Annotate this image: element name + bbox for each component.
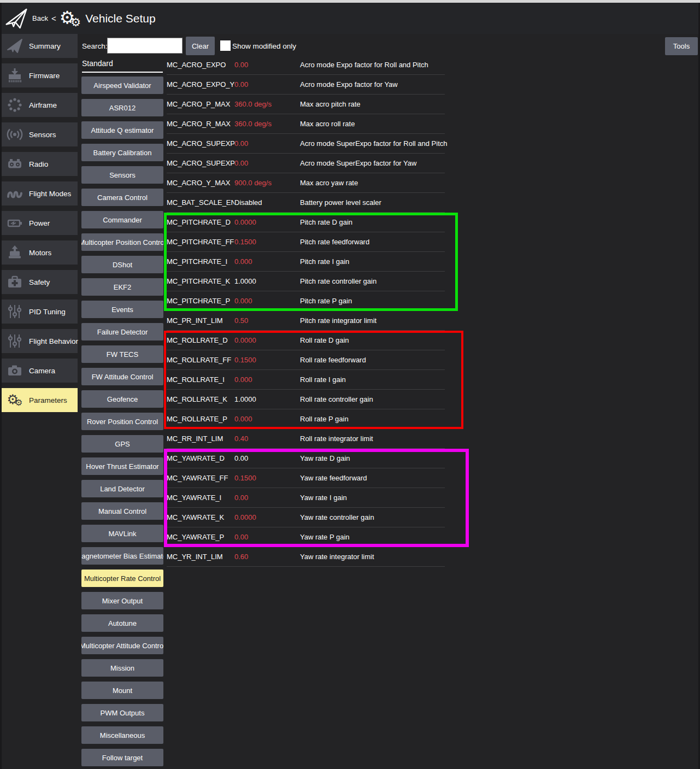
clear-button[interactable]: Clear (186, 37, 215, 55)
sidebar-item-label: Power (29, 219, 50, 227)
parameter-description: Yaw rate P gain (300, 533, 445, 541)
category-hover-thrust-estimator[interactable]: Hover Thrust Estimator (81, 457, 163, 475)
parameter-row-mc-pr-int-lim[interactable]: MC_PR_INT_LIM0.50Pitch rate integrator l… (167, 311, 445, 331)
safety-kit-icon (4, 272, 25, 292)
parameter-row-mc-pitchrate-d[interactable]: MC_PITCHRATE_D0.0000Pitch rate D gain (167, 213, 445, 232)
parameter-row-mc-yawrate-ff[interactable]: MC_YAWRATE_FF0.1500Yaw rate feedforward (167, 468, 445, 488)
parameter-value: 0.1500 (234, 238, 300, 246)
sidebar-item-label: Safety (29, 278, 50, 286)
parameter-row-mc-acro-supexpo[interactable]: MC_ACRO_SUPEXPO0.00Acro mode SuperExpo f… (167, 134, 445, 154)
category-land-detector[interactable]: Land Detector (81, 480, 163, 497)
parameter-value: 900.0 deg/s (234, 179, 300, 187)
sidebar-item-power[interactable]: Power (2, 211, 78, 235)
sidebar-item-parameters[interactable]: ⚙⚙Parameters (2, 388, 78, 412)
parameter-row-mc-yawrate-p[interactable]: MC_YAWRATE_P0.00Yaw rate P gain (167, 527, 445, 547)
category-dshot[interactable]: DShot (81, 256, 163, 273)
parameter-row-mc-acro-expo[interactable]: MC_ACRO_EXPO0.00Acro mode Expo factor fo… (167, 55, 445, 75)
sidebar-item-radio[interactable]: Radio (2, 152, 78, 176)
category-commander[interactable]: Commander (81, 211, 163, 228)
parameter-row-mc-rr-int-lim[interactable]: MC_RR_INT_LIM0.40Roll rate integrator li… (167, 429, 445, 449)
parameter-row-mc-rollrate-p[interactable]: MC_ROLLRATE_P0.000Roll rate P gain (167, 409, 445, 429)
parameter-value: 0.00 (234, 494, 300, 502)
category-airspeed-validator[interactable]: Airspeed Validator (81, 77, 163, 94)
category-battery-calibration[interactable]: Battery Calibration (81, 144, 163, 161)
parameter-row-mc-bat-scale-en[interactable]: MC_BAT_SCALE_ENDisabledBattery power lev… (167, 193, 445, 213)
category-asr012[interactable]: ASR012 (81, 99, 163, 116)
sidebar-item-flight-modes[interactable]: Flight Modes (2, 181, 78, 206)
parameter-row-mc-pitchrate-i[interactable]: MC_PITCHRATE_I0.000Pitch rate I gain (167, 252, 445, 272)
radio-icon (4, 154, 25, 174)
category-camera-control[interactable]: Camera Control (81, 189, 163, 206)
parameter-row-mc-yawrate-k[interactable]: MC_YAWRATE_K0.0000Yaw rate controller ga… (167, 508, 445, 527)
parameter-value: 0.000 (234, 375, 300, 384)
sidebar-item-motors[interactable]: Motors (2, 240, 78, 265)
parameter-row-mc-rollrate-d[interactable]: MC_ROLLRATE_D0.0000Roll rate D gain (167, 331, 445, 350)
sensor-waves-icon (4, 125, 25, 144)
parameter-row-mc-acro-supexpoy[interactable]: MC_ACRO_SUPEXPOY0.00Acro mode SuperExpo … (167, 154, 445, 173)
category-follow-target[interactable]: Follow target (81, 749, 163, 766)
parameter-row-mc-rollrate-ff[interactable]: MC_ROLLRATE_FF0.1500Roll rate feedforwar… (167, 350, 445, 370)
category-manual-control[interactable]: Manual Control (81, 502, 163, 520)
sidebar-item-pid-tuning[interactable]: PID Tuning (2, 300, 78, 324)
parameter-row-mc-rollrate-k[interactable]: MC_ROLLRATE_K1.0000Roll rate controller … (167, 390, 445, 409)
show-modified-checkbox[interactable] (220, 40, 231, 51)
parameter-row-mc-rollrate-i[interactable]: MC_ROLLRATE_I0.000Roll rate I gain (167, 370, 445, 390)
parameter-name: MC_YAWRATE_FF (167, 474, 234, 482)
sidebar-item-firmware[interactable]: Firmware (2, 63, 78, 87)
parameter-value: 0.50 (234, 316, 300, 325)
parameter-row-mc-pitchrate-p[interactable]: MC_PITCHRATE_P0.000Pitch rate P gain (167, 291, 445, 311)
parameter-name: MC_ACRO_SUPEXPOY (167, 159, 234, 167)
parameter-name: MC_PR_INT_LIM (167, 316, 234, 325)
sidebar-item-camera[interactable]: Camera (2, 359, 78, 383)
parameter-row-mc-pitchrate-k[interactable]: MC_PITCHRATE_K1.0000Pitch rate controlle… (167, 272, 445, 291)
category-mavlink[interactable]: MAVLink (81, 525, 163, 542)
parameter-description: Acro mode Expo factor for Roll and Pitch (300, 61, 445, 69)
category-magnetometer-bias-estimator[interactable]: Magnetometer Bias Estimator (81, 547, 163, 565)
parameter-row-mc-yawrate-i[interactable]: MC_YAWRATE_I0.00Yaw rate I gain (167, 488, 445, 508)
category-attitude-q-estimator[interactable]: Attitude Q estimator (81, 121, 163, 139)
category-geofence[interactable]: Geofence (81, 390, 163, 408)
category-mission[interactable]: Mission (81, 659, 163, 677)
tools-button[interactable]: Tools (665, 37, 698, 55)
category-gps[interactable]: GPS (81, 435, 163, 453)
parameter-row-mc-acro-y-max[interactable]: MC_ACRO_Y_MAX900.0 deg/sMax acro yaw rat… (167, 173, 445, 193)
parameter-description: Pitch rate P gain (300, 297, 445, 305)
parameter-row-mc-pitchrate-ff[interactable]: MC_PITCHRATE_FF0.1500Pitch rate feedforw… (167, 232, 445, 252)
sidebar-item-safety[interactable]: Safety (2, 270, 78, 294)
search-input[interactable] (107, 38, 183, 54)
sidebar-item-summary[interactable]: Summary (2, 34, 78, 58)
category-mixer-output[interactable]: Mixer Output (81, 592, 163, 609)
vehicle-setup-gears-icon: ⚙⚙ (60, 9, 81, 28)
sidebar-item-airframe[interactable]: Airframe (2, 93, 78, 117)
parameter-row-mc-yawrate-d[interactable]: MC_YAWRATE_D0.00Yaw rate D gain (167, 449, 445, 468)
parameter-value: 0.00 (234, 139, 300, 148)
category-failure-detector[interactable]: Failure Detector (81, 323, 163, 341)
sidebar-item-flight-behavior[interactable]: Flight Behavior (2, 329, 78, 353)
parameter-value: 1.0000 (234, 395, 300, 403)
parameter-row-mc-acro-r-max[interactable]: MC_ACRO_R_MAX360.0 deg/sMax acro roll ra… (167, 114, 445, 134)
category-events[interactable]: Events (81, 301, 163, 318)
category-pwm-outputs[interactable]: PWM Outputs (81, 704, 163, 721)
category-fw-tecs[interactable]: FW TECS (81, 345, 163, 363)
category-multicopter-rate-control[interactable]: Multicopter Rate Control (81, 570, 163, 587)
parameter-row-mc-acro-p-max[interactable]: MC_ACRO_P_MAX360.0 deg/sMax acro pitch r… (167, 95, 445, 114)
parameter-name: MC_ACRO_Y_MAX (167, 179, 234, 187)
category-multicopter-attitude-control[interactable]: Multicopter Attitude Control (81, 637, 163, 654)
category-fw-attitude-control[interactable]: FW Attitude Control (81, 368, 163, 385)
sidebar-item-sensors[interactable]: Sensors (2, 122, 78, 146)
category-multicopter-position-control[interactable]: Multicopter Position Control (81, 233, 163, 251)
category-rover-position-control[interactable]: Rover Position Control (81, 413, 163, 430)
parameter-row-mc-yr-int-lim[interactable]: MC_YR_INT_LIM0.60Yaw rate integrator lim… (167, 547, 445, 567)
parameter-value: 0.000 (234, 257, 300, 266)
category-autotune[interactable]: Autotune (81, 614, 163, 632)
parameter-row-mc-acro-expo-y[interactable]: MC_ACRO_EXPO_Y0.00Acro mode Expo factor … (167, 75, 445, 95)
category-ekf2[interactable]: EKF2 (81, 278, 163, 296)
parameter-description: Roll rate D gain (300, 336, 445, 344)
back-button[interactable]: Back (5, 7, 48, 30)
sidebar-item-label: Airframe (29, 101, 57, 109)
parameter-name: MC_YAWRATE_K (167, 513, 234, 521)
parameter-value: 0.00 (234, 80, 300, 89)
category-mount[interactable]: Mount (81, 682, 163, 699)
category-miscellaneous[interactable]: Miscellaneous (81, 726, 163, 744)
category-sensors[interactable]: Sensors (81, 166, 163, 184)
